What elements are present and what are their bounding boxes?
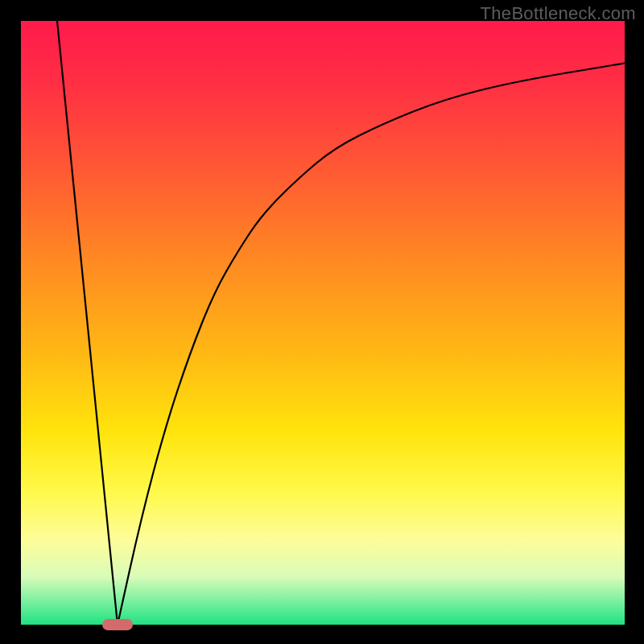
chart-frame: TheBottleneck.com [0, 0, 644, 644]
chart-minimum-marker [102, 619, 133, 630]
curve-left [57, 21, 118, 625]
chart-plot-area [21, 21, 625, 625]
curve-right [118, 64, 625, 625]
chart-curves [21, 21, 625, 625]
